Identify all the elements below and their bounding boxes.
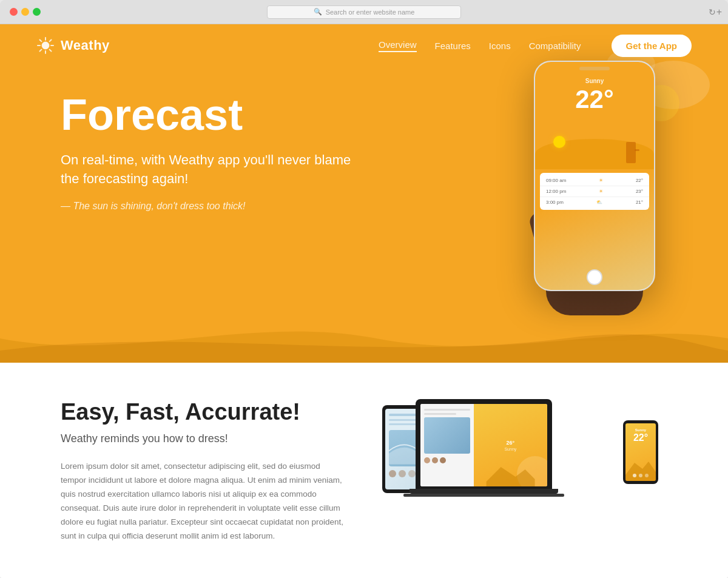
address-text: Search or enter website name: [326, 8, 415, 16]
features-subtitle: Weathy reminds you how to dress!: [61, 432, 346, 445]
nav-features[interactable]: Features: [435, 41, 471, 51]
minimize-button[interactable]: [21, 8, 29, 16]
features-devices: 26° Sunny: [382, 399, 667, 520]
maximize-button[interactable]: [33, 8, 41, 16]
hero-content: Forecast On real-time, with Weathy app y…: [0, 67, 364, 212]
svg-line-6: [50, 50, 52, 52]
reload-button[interactable]: ↻: [709, 7, 716, 17]
page-wrapper: Weathy Overview Features Icons Compatibi…: [0, 24, 728, 578]
svg-line-8: [40, 50, 42, 52]
features-text: Easy, Fast, Accurrate! Weathy reminds yo…: [61, 399, 346, 543]
browser-chrome: 🔍 Search or enter website name ↻ +: [0, 0, 728, 24]
svg-point-0: [42, 42, 49, 49]
features-section: Easy, Fast, Accurrate! Weathy reminds yo…: [0, 363, 728, 578]
brand-name: Weathy: [61, 38, 110, 53]
phone-condition: Sunny: [545, 78, 644, 84]
mobile-small-mockup: Sunny 22°: [623, 420, 658, 484]
features-body: Lorem ipsum dolor sit amet, consectetur …: [61, 460, 346, 543]
svg-line-5: [40, 40, 42, 42]
phone-frame: Sunny 22°: [534, 61, 655, 291]
phone-home-button: [587, 269, 602, 285]
phone-temperature: 22°: [545, 87, 644, 112]
get-app-button[interactable]: Get the App: [612, 35, 692, 57]
nav-links: Overview Features Icons Compatibility Ge…: [379, 35, 692, 57]
navbar: Weathy Overview Features Icons Compatibi…: [0, 24, 728, 67]
sun-icon: [36, 36, 55, 55]
svg-line-7: [50, 40, 52, 42]
nav-icons[interactable]: Icons: [489, 41, 511, 51]
features-title: Easy, Fast, Accurrate!: [61, 399, 346, 425]
hero-subtitle: On real-time, with Weathy app you'll nev…: [61, 151, 364, 189]
laptop-mockup: 26° Sunny: [416, 399, 564, 497]
hero-tagline: — The sun is shining, don't dress too th…: [61, 201, 364, 212]
new-tab-button[interactable]: +: [716, 7, 722, 17]
brand: Weathy: [36, 36, 110, 55]
hero-title: Forecast: [61, 91, 364, 139]
traffic-lights: [10, 8, 41, 16]
nav-overview[interactable]: Overview: [379, 39, 417, 52]
close-button[interactable]: [10, 8, 18, 16]
phone-mockup-container: Sunny 22°: [510, 42, 679, 315]
search-icon: 🔍: [314, 8, 322, 16]
address-bar[interactable]: 🔍 Search or enter website name: [267, 5, 461, 19]
nav-compatibility[interactable]: Compatibility: [529, 41, 581, 51]
hero-section: Weathy Overview Features Icons Compatibi…: [0, 24, 728, 363]
